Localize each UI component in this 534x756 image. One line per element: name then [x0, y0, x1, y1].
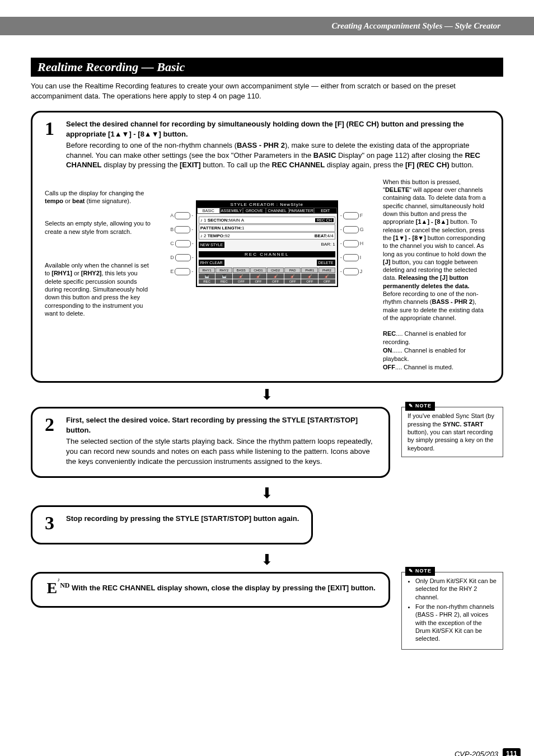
- step-2-number: 2: [45, 415, 66, 466]
- note-icon: NOTE: [405, 567, 435, 576]
- lcd-tab-parameter[interactable]: PARAMETER: [289, 208, 314, 214]
- lcd-row-section: ♪ 1 SECTION:MAIN AREC CH: [199, 217, 335, 224]
- lcd-delete-button[interactable]: DELETE: [317, 260, 335, 266]
- step-3-number: 3: [45, 514, 66, 533]
- callout-tempo: Calls up the display for changing the te…: [45, 189, 151, 205]
- note-icon: NOTE: [405, 402, 435, 411]
- lcd-row-tempo: ♪ 2 TEMPO:92BEAT:4/4: [199, 232, 335, 240]
- panel-button-a[interactable]: [175, 212, 190, 219]
- lcd-title: STYLE CREATOR : NewStyle: [197, 201, 337, 208]
- page-number: 111: [503, 748, 521, 756]
- step-end-title: With the REC CHANNEL display shown, clos…: [72, 583, 376, 593]
- lcd-rhyclear-button[interactable]: RHY CLEAR: [199, 260, 224, 266]
- panel-buttons-left: A- B- C- D- E-: [170, 212, 194, 275]
- lcd-rec-channel-strip: REC CHANNEL: [199, 251, 335, 257]
- lcd-recch-chip[interactable]: REC CH: [315, 218, 334, 222]
- footer-model: CVP-205/203: [455, 750, 498, 757]
- lcd-tab-assembly[interactable]: ASSEMBLY: [220, 208, 243, 214]
- lcd-newstyle-button[interactable]: NEW STYLE: [199, 242, 224, 248]
- panel-buttons-right: -F -G -H -I -J: [340, 212, 364, 275]
- header-breadcrumb: Creating Accompaniment Styles — Style Cr…: [0, 17, 534, 35]
- panel-button-g[interactable]: [343, 226, 359, 233]
- callout-newstyle: Selects an empty style, allowing you to …: [45, 219, 151, 236]
- arrow-down-icon: ⬇: [31, 551, 503, 569]
- arrow-down-icon: ⬇: [31, 386, 503, 403]
- channel-legend: REC.... Channel is enabled for recording…: [383, 330, 489, 371]
- lcd-row-pattern: PATTERN LENGTH:1: [199, 224, 335, 232]
- step-3-title: Stop recording by pressing the STYLE [ST…: [66, 514, 299, 524]
- step-1-title: Select the desired channel for recording…: [66, 119, 489, 139]
- lcd-tab-channel[interactable]: CHANNEL: [266, 208, 289, 214]
- section-title: Realtime Recording — Basic: [31, 58, 503, 77]
- step-2-box: 2 First, select the desired voice. Start…: [31, 407, 390, 478]
- panel-button-e[interactable]: [175, 268, 190, 275]
- lcd-bar: BAR: 1: [321, 242, 335, 248]
- step-2-body: The selected section of the style starts…: [66, 436, 376, 466]
- panel-button-i[interactable]: [343, 254, 359, 261]
- panel-button-b[interactable]: [175, 226, 190, 233]
- step-1-box: 1 Select the desired channel for recordi…: [31, 111, 503, 383]
- note2-item1: Only Drum Kit/SFX Kit can be selected fo…: [415, 577, 497, 601]
- lcd-screen: STYLE CREATOR : NewStyle BASIC ASSEMBLY …: [196, 200, 338, 287]
- panel-button-d[interactable]: [175, 254, 191, 261]
- panel-button-j[interactable]: [343, 268, 359, 275]
- arrow-down-icon: ⬇: [31, 485, 503, 502]
- intro-text: You can use the Realtime Recording featu…: [31, 81, 503, 101]
- end-mark: E♪ND: [45, 580, 72, 596]
- callout-rhyclear: Available only when the channel is set t…: [45, 261, 151, 317]
- note2-item2: For the non-rhythm channels (BASS - PHR …: [415, 603, 497, 642]
- page-footer: CVP-205/203 111: [455, 748, 521, 756]
- step-3-box: 3 Stop recording by pressing the STYLE […: [31, 505, 313, 544]
- panel-button-c[interactable]: [175, 240, 191, 247]
- lcd-tab-basic[interactable]: BASIC: [197, 208, 220, 214]
- note-sync-start: NOTE If you've enabled Sync Start (by pr…: [401, 407, 503, 457]
- lcd-channels: RHY1RHY2BASSCHD1CHD2PADPHR1PHR2: [199, 267, 335, 273]
- step-1-number: 1: [45, 119, 66, 170]
- note-voice-restrictions: NOTE Only Drum Kit/SFX Kit can be select…: [401, 572, 503, 649]
- step-2-title: First, select the desired voice. Start r…: [66, 415, 376, 435]
- callout-delete: When this button is pressed, "DELETE" wi…: [383, 178, 489, 322]
- lcd-tab-groove[interactable]: GROOVE: [243, 208, 266, 214]
- step-1-body: Before recording to one of the non-rhyth…: [66, 140, 489, 170]
- panel-button-h[interactable]: [343, 240, 359, 247]
- lcd-tab-edit[interactable]: EDIT: [314, 208, 337, 214]
- panel-button-f[interactable]: [343, 212, 359, 219]
- step-end-box: E♪ND With the REC CHANNEL display shown,…: [31, 572, 390, 608]
